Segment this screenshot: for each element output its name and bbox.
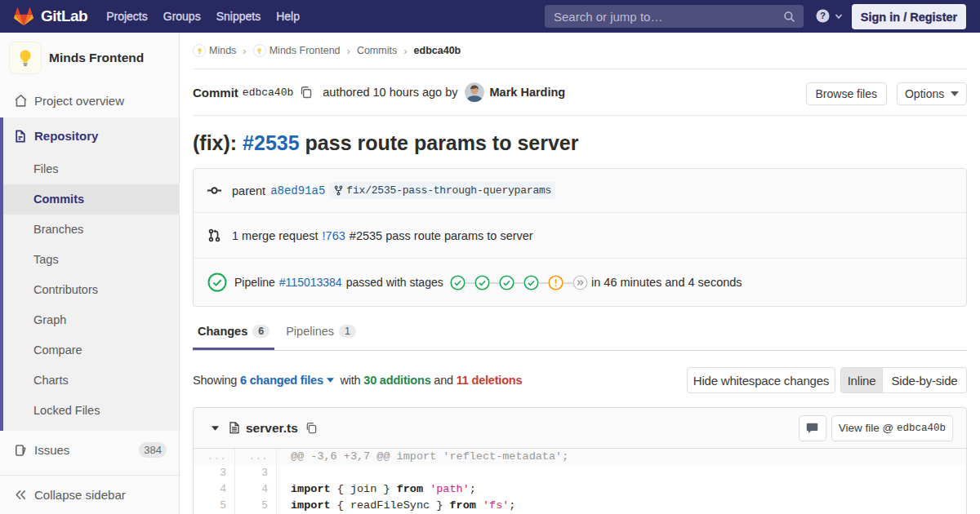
svg-text:?: ? xyxy=(820,11,826,20)
